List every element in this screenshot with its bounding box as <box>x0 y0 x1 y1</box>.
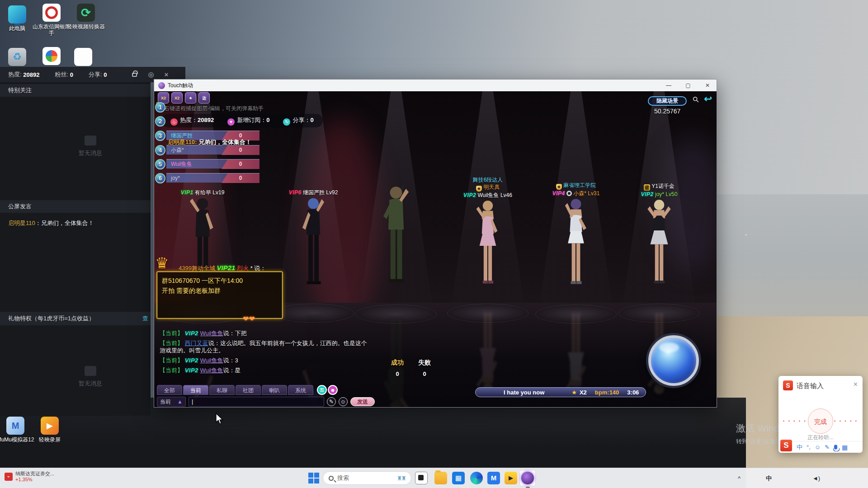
tray-speaker-icon[interactable]: ◄) <box>812 468 820 488</box>
buff-da[interactable]: 达 <box>198 92 210 103</box>
ime-cn-icon[interactable]: 中 <box>797 443 802 451</box>
tab-horn[interactable]: 喇叭 <box>262 385 287 395</box>
record-target-icon[interactable]: ◎ <box>148 70 154 79</box>
rank-badge-1[interactable]: 1 <box>155 102 165 113</box>
lock-icon[interactable] <box>132 73 137 77</box>
start-button[interactable] <box>307 472 320 484</box>
dancer-figure <box>376 184 416 300</box>
heat-label: 热度： <box>180 117 198 123</box>
hide-scene-button[interactable]: 隐藏场景 <box>648 96 687 106</box>
edge-browser-button[interactable] <box>470 472 483 484</box>
chat-username[interactable]: 西门又蓝 <box>185 340 208 347</box>
tab-current[interactable]: 当前 <box>183 385 208 395</box>
this-pc-icon <box>8 5 26 23</box>
rank-row[interactable]: Wuil鱼鱼 0 <box>166 159 259 169</box>
listening-animation: • • • • • 完成 • • • • • <box>783 408 858 434</box>
tab-guild[interactable]: 社团 <box>236 385 261 395</box>
dancer-name: joy* Lv50 <box>655 191 677 197</box>
close-button[interactable]: ✕ <box>698 80 717 91</box>
tab-all[interactable]: 全部 <box>157 385 182 395</box>
emoji-icon[interactable]: ☺ <box>815 444 821 450</box>
touch-game-button[interactable] <box>521 472 534 484</box>
icon-label: 轻映录屏 <box>31 436 69 443</box>
desktop-icon-screen-recorder[interactable]: 轻映录屏 <box>31 417 69 443</box>
rank-badge-2[interactable]: 2 <box>155 116 165 127</box>
mumu-icon <box>6 417 24 435</box>
desktop-icon-bank-assistant[interactable]: 山东农信网银助手 <box>33 4 71 36</box>
mic-icon[interactable] <box>834 445 837 449</box>
gift-view-link[interactable]: 查看 <box>142 312 151 325</box>
dancer-name: Wuil鱼鱼 Lv46 <box>477 192 512 198</box>
rank-badge-3[interactable]: 3 <box>155 131 165 141</box>
empty-text: 暂无消息 <box>79 380 102 387</box>
desktop-icon-document[interactable] <box>64 48 102 66</box>
search-icon <box>329 476 334 481</box>
mumu-emulator-button[interactable]: M <box>487 472 500 484</box>
dancer-5[interactable]: ★ 麻省理工学院 VIP4 小森* Lv31 <box>542 182 610 400</box>
dance-action-button[interactable] <box>648 335 699 386</box>
dancer-badge: 明天真 <box>483 184 500 190</box>
seagull: ⌄ <box>744 231 748 236</box>
huya-app-button[interactable] <box>505 472 517 484</box>
heat-value: 20892 <box>198 117 214 123</box>
desktop-icon-mumu[interactable]: MuMu模拟器12 <box>0 417 34 443</box>
task-view-button[interactable] <box>415 472 428 484</box>
voice-close-icon[interactable]: ✕ <box>853 381 858 388</box>
pen-icon[interactable]: ✎ <box>825 444 830 450</box>
dancer-4[interactable]: 舞技6段达人 ★ 明天真 VIP2 Wuil鱼鱼 Lv46 <box>454 176 522 397</box>
punctuation-icon[interactable]: °, <box>807 444 811 450</box>
danmaku-overlay-message: 启明星110: 兄弟们，全体集合！ <box>168 138 251 146</box>
rank-badge-6[interactable]: 6 <box>155 173 165 183</box>
chat-text: 说：3 <box>223 357 238 364</box>
share-label: 分享： <box>292 117 310 123</box>
send-button[interactable]: 发送 <box>350 397 375 406</box>
message-text: 兄弟们，全体集合！ <box>198 139 251 145</box>
desktop-icon-video-converter[interactable]: 轻映视频转换器 <box>67 4 105 30</box>
tray-ime-icon[interactable]: 中 <box>766 468 772 488</box>
panel-close-icon[interactable]: ✕ <box>164 71 169 78</box>
chat-line: 【当前】 西门又蓝说：这么说吧。我五年前就有一个女孩儿，江西的。也是这个游戏里的… <box>160 340 368 354</box>
tab-system[interactable]: 系统 <box>288 385 313 395</box>
chat-input[interactable]: | <box>189 397 324 407</box>
vip-badge: VIP2 <box>463 192 476 198</box>
minimize-button[interactable]: — <box>660 80 678 91</box>
chat-line: 【当前】 VIP2 Wuil鱼鱼说：下把 <box>160 330 372 337</box>
chat-username[interactable]: Wuil鱼鱼 <box>200 330 223 337</box>
unlock-icon[interactable]: ⚿ <box>317 385 327 395</box>
buff-star[interactable]: ★ <box>185 92 196 103</box>
pen-icon[interactable]: ✎ <box>327 397 336 406</box>
rank-row[interactable]: joy* 0 <box>166 173 259 183</box>
chat-text: ：兄弟们，全体集合！ <box>35 220 94 226</box>
wrench-icon[interactable]: ⚲ <box>690 94 701 105</box>
grid-icon[interactable]: ▦ <box>842 444 848 451</box>
tab-private[interactable]: 私聊 <box>209 385 235 395</box>
stock-widget[interactable]: ⌁ 纳斯达克证券交... +1.35% <box>5 470 54 483</box>
rank-row[interactable]: 小森* 0 <box>166 145 259 155</box>
empty-state: 暂无消息 <box>63 366 118 388</box>
file-explorer-button[interactable] <box>434 472 447 484</box>
song-multiplier: X2 <box>580 389 587 396</box>
rank-badge-4[interactable]: 4 <box>155 145 165 155</box>
tray-chevron[interactable]: ^ <box>738 468 741 488</box>
chat-username[interactable]: 启明星110 <box>8 220 35 226</box>
emoji-icon[interactable]: ☺ <box>339 397 348 406</box>
chat-username[interactable]: Wuil鱼鱼 <box>200 357 223 364</box>
rank-badge-5[interactable]: 5 <box>155 159 165 169</box>
channel-selector[interactable]: 当前 ▲ <box>157 397 186 407</box>
game-title-bar[interactable]: Touch触动 — ▢ ✕ <box>154 80 717 91</box>
coin-balance: 50.25767 <box>654 108 680 115</box>
dots-right: • • • • • <box>834 419 858 423</box>
maximize-button[interactable]: ▢ <box>679 80 697 91</box>
buff-x2[interactable]: X2 <box>171 92 183 103</box>
chat-username[interactable]: Wuil鱼鱼 <box>200 367 223 374</box>
subs-label: 新增订阅： <box>237 117 266 123</box>
desktop-icon-recycle-bin[interactable] <box>0 48 36 66</box>
return-arrow-icon[interactable]: ↩ <box>704 93 712 105</box>
dancer-badge: 麻省理工学院 <box>563 182 596 188</box>
profile-icon[interactable]: ☻ <box>328 385 338 395</box>
done-button[interactable]: 完成 <box>808 408 833 434</box>
chat-input-row: 当前 ▲ | ✎ ☺ 发送 <box>157 397 424 407</box>
taskbar-search[interactable]: 搜索 ♜♜ <box>323 471 411 485</box>
ms-store-button[interactable] <box>452 472 465 484</box>
desktop-icon-this-pc[interactable]: 此电脑 <box>0 5 36 32</box>
